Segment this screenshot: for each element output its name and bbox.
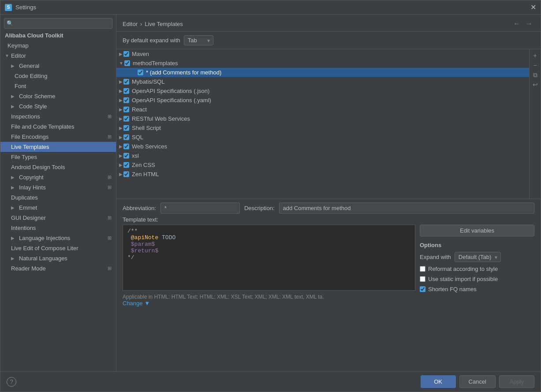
zen-html-checkbox[interactable]: [123, 171, 129, 177]
list-item[interactable]: ▶ RESTful Web Services: [116, 114, 529, 123]
list-item[interactable]: ▶ Mybatis/SQL: [116, 77, 529, 86]
lang-injections-badge: ⊞: [108, 235, 112, 241]
sidebar-item-live-edit-compose[interactable]: Live Edit of Compose Liter: [0, 243, 116, 253]
sidebar-item-alibaba[interactable]: Alibaba Cloud Toolkit: [0, 30, 116, 41]
add-template-button[interactable]: +: [531, 51, 540, 60]
webservices-checkbox[interactable]: [123, 144, 129, 149]
sidebar-item-general[interactable]: ▶ General: [0, 61, 116, 71]
sidebar-item-file-types[interactable]: File Types: [0, 152, 116, 162]
sidebar-item-color-scheme[interactable]: ▶ Color Scheme: [0, 91, 116, 101]
cancel-button[interactable]: Cancel: [459, 375, 496, 388]
list-item[interactable]: ▶ Shell Script: [116, 123, 529, 133]
chevron-right-icon: ▶: [119, 79, 123, 84]
react-label: React: [132, 106, 147, 113]
list-item[interactable]: ▼ methodTemplates: [116, 59, 529, 68]
nav-back-button[interactable]: ←: [511, 19, 522, 29]
sql-label: SQL: [132, 134, 143, 141]
description-input[interactable]: [279, 203, 534, 214]
chevron-right-icon-cs: ▶: [11, 94, 15, 99]
sidebar-item-file-code-templates[interactable]: File and Code Templates: [0, 122, 116, 132]
sidebar-item-copyright[interactable]: ▶ Copyright ⊞: [0, 172, 116, 182]
list-item[interactable]: ▶ Zen HTML: [116, 170, 529, 179]
chevron-right-icon: ▶: [119, 144, 123, 149]
nav-forward-button[interactable]: →: [524, 19, 534, 29]
content-area: Editor › Live Templates ← → By default e…: [116, 15, 541, 371]
close-button[interactable]: ✕: [530, 3, 536, 11]
reset-template-button[interactable]: ↩: [531, 80, 540, 89]
expand-with-select[interactable]: Tab Enter Space: [184, 35, 213, 45]
openapi-json-label: OpenAPI Specifications (.json): [132, 88, 209, 94]
sidebar-item-file-encodings[interactable]: File Encodings ⊞: [0, 132, 116, 142]
footer-left: ?: [7, 377, 16, 387]
add-comments-checkbox[interactable]: [138, 70, 143, 75]
sidebar-item-intentions[interactable]: Intentions: [0, 223, 116, 233]
code-editor[interactable]: /** @apiNote TODO $param$ $return$ */: [123, 225, 415, 291]
sidebar-item-android-design-tools[interactable]: Android Design Tools: [0, 162, 116, 172]
shell-checkbox[interactable]: [123, 125, 129, 131]
list-item[interactable]: ▶ OpenAPI Specifications (.yaml): [116, 96, 529, 105]
sidebar-item-inspections[interactable]: Inspections ⊞: [0, 111, 116, 122]
sidebar-item-code-editing[interactable]: Code Editing: [0, 71, 116, 81]
apply-button[interactable]: Apply: [499, 375, 534, 388]
chevron-down-icon: ▼: [5, 53, 9, 58]
mybatis-label: Mybatis/SQL: [132, 78, 164, 85]
abbreviation-input[interactable]: [160, 203, 240, 214]
maven-checkbox[interactable]: [123, 51, 129, 57]
chevron-right-icon-cs2: ▶: [11, 104, 15, 109]
sql-checkbox[interactable]: [123, 134, 129, 140]
options-title: Options: [420, 242, 534, 248]
sidebar-item-editor[interactable]: ▼ Editor: [0, 51, 116, 61]
search-icon: 🔍: [7, 20, 13, 26]
help-button[interactable]: ?: [7, 377, 16, 387]
list-item[interactable]: ▶ xsl: [116, 151, 529, 160]
sidebar-item-gui-designer[interactable]: GUI Designer ⊞: [0, 213, 116, 223]
remove-template-button[interactable]: −: [531, 61, 540, 70]
sidebar-item-inlay-hints[interactable]: ▶ Inlay Hints ⊞: [0, 182, 116, 192]
static-import-checkbox[interactable]: [420, 276, 425, 282]
reader-mode-badge: ⊞: [108, 266, 112, 271]
chevron-right-icon-inlay: ▶: [11, 185, 15, 190]
list-item[interactable]: * (add Comments for method): [116, 68, 529, 77]
list-item[interactable]: ▶ React: [116, 105, 529, 114]
xsl-checkbox[interactable]: [123, 153, 129, 159]
sidebar-item-natural-languages[interactable]: ▶ Natural Languages: [0, 253, 116, 263]
sidebar-item-reader-mode[interactable]: Reader Mode ⊞: [0, 263, 116, 274]
abbreviation-row: Abbreviation: Description:: [123, 203, 534, 214]
sidebar-item-emmet[interactable]: ▶ Emmet: [0, 203, 116, 213]
search-input[interactable]: [4, 18, 112, 29]
sidebar-item-live-templates[interactable]: Live Templates: [0, 142, 116, 152]
sidebar-item-language-injections[interactable]: ▶ Language Injections ⊞: [0, 233, 116, 243]
openapi-yaml-label: OpenAPI Specifications (.yaml): [132, 97, 211, 104]
copy-template-button[interactable]: ⧉: [531, 70, 540, 79]
sidebar-item-font[interactable]: Font: [0, 81, 116, 91]
copyright-badge: ⊞: [108, 174, 112, 180]
zen-css-checkbox[interactable]: [123, 162, 129, 168]
reformat-checkbox[interactable]: [420, 266, 425, 272]
code-line-1: /**: [127, 228, 410, 234]
sidebar-item-keymap[interactable]: Keymap: [0, 41, 116, 51]
list-item[interactable]: ▶ SQL: [116, 133, 529, 142]
template-list-section: ▶ Maven ▼ methodTemplates * (add Comment…: [116, 49, 541, 199]
ok-button[interactable]: OK: [421, 375, 456, 388]
react-checkbox[interactable]: [123, 107, 129, 112]
options-expand-select[interactable]: Default (Tab) Tab Enter Space: [455, 252, 501, 262]
zen-css-label: Zen CSS: [132, 162, 155, 168]
chevron-right-icon: ▶: [119, 107, 123, 112]
restful-checkbox[interactable]: [123, 116, 129, 122]
list-item[interactable]: ▶ Zen CSS: [116, 160, 529, 170]
method-templates-checkbox[interactable]: [124, 60, 130, 66]
sidebar-item-code-style[interactable]: ▶ Code Style: [0, 101, 116, 111]
list-item[interactable]: ▶ Maven: [116, 49, 529, 59]
openapi-yaml-checkbox[interactable]: [123, 97, 129, 103]
chevron-right-icon: ▶: [119, 116, 123, 121]
sidebar-item-duplicates[interactable]: Duplicates: [0, 192, 116, 203]
openapi-json-checkbox[interactable]: [123, 88, 129, 94]
list-item[interactable]: ▶ Web Services: [116, 142, 529, 151]
list-item[interactable]: ▶ OpenAPI Specifications (.json): [116, 86, 529, 96]
edit-variables-button[interactable]: Edit variables: [420, 225, 534, 237]
xsl-label: xsl: [132, 152, 139, 159]
change-link[interactable]: Change ▼: [123, 300, 150, 307]
file-encodings-badge: ⊞: [108, 134, 112, 140]
mybatis-checkbox[interactable]: [123, 79, 129, 85]
shorten-fq-checkbox[interactable]: [420, 286, 425, 292]
